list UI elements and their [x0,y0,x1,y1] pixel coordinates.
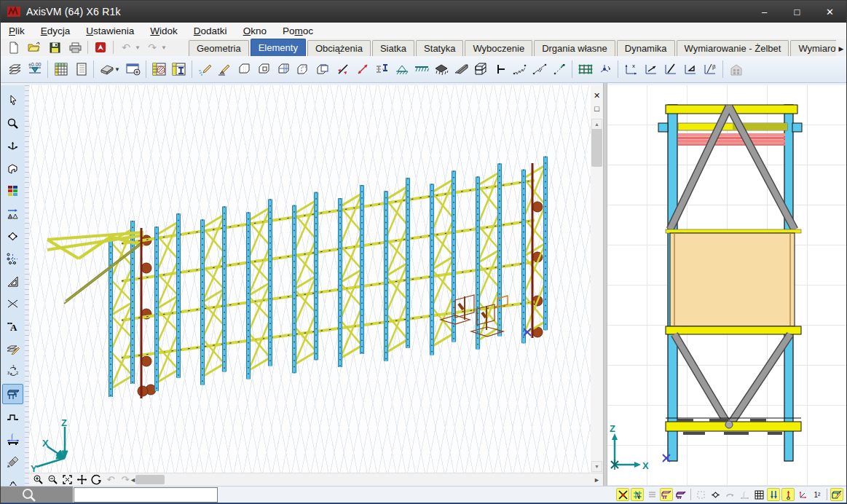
zoom-tool-button[interactable] [2,113,23,133]
pdf-export-button[interactable] [90,39,111,55]
parts-tool-button[interactable] [2,384,23,404]
status-list-toggle[interactable] [645,488,658,501]
print-button[interactable] [65,39,85,55]
rotate-tool-button[interactable] [2,226,23,246]
command-input[interactable] [74,487,218,503]
local-plane-button[interactable] [680,59,700,79]
spring-button[interactable] [510,59,529,79]
local-x-button[interactable]: x [621,59,641,79]
tab-elementy[interactable]: Elementy [251,39,306,56]
transform-tool-button[interactable] [2,203,23,224]
tab-geometria[interactable]: Geometria [189,40,249,56]
frame-structure-button[interactable] [470,59,490,79]
status-function-toggle[interactable]: ∫ [738,488,751,501]
save-button[interactable] [44,39,65,55]
status-local-axes-toggle[interactable] [796,488,809,501]
zoom-out-button[interactable] [45,473,60,486]
open-file-button[interactable] [24,39,44,55]
redo-button[interactable]: ↷ [142,39,162,55]
workplane-tool-button[interactable] [2,158,23,178]
render-tool-button[interactable] [2,452,23,472]
link-element-button[interactable] [549,59,569,79]
edit-tool-button[interactable] [2,339,23,359]
snapshot-button[interactable] [123,59,143,79]
tab-drgania-wlasne[interactable]: Drgania własne [534,40,615,56]
report-maker-button[interactable] [71,59,90,79]
zoom-in-button[interactable] [31,473,45,486]
intersect-tool-button[interactable] [2,294,23,314]
horizontal-scrollbar-thumb[interactable] [135,475,165,484]
table-browser-button[interactable] [51,59,71,79]
menu-widok[interactable]: Widok [142,23,186,39]
dimension-text-button[interactable]: A [2,316,23,336]
beam-diagram-button[interactable]: ∫ [2,429,23,449]
material-table-button[interactable] [149,59,169,79]
tab-wymiarowanie-stal[interactable]: Wymiarowanie - Stal [790,40,836,56]
building-module-button[interactable] [726,59,746,79]
front-view-panel[interactable]: Z X [607,85,847,486]
rotate-view-button[interactable] [89,473,103,486]
menu-dodatki[interactable]: Dodatki [186,23,235,39]
viewport-close-button[interactable]: ✕ [591,90,602,101]
mesh-button[interactable] [575,59,595,79]
polyline-tool-button[interactable] [2,406,23,427]
status-workplane-b-toggle[interactable] [674,488,688,501]
draw-support-button[interactable] [215,59,235,79]
new-file-button[interactable] [4,39,24,55]
surface-support-button[interactable] [431,59,451,79]
scroll-right-button[interactable]: ► [592,474,602,485]
tab-siatka[interactable]: Siatka [372,40,414,56]
model-3d-view[interactable]: Z X Y [29,85,591,473]
gap-element-button[interactable] [529,59,549,79]
scroll-down-button[interactable]: ▼ [591,461,602,472]
menu-ustawienia[interactable]: Ustawienia [78,23,142,39]
search-block[interactable] [1,487,73,503]
nodal-support-button[interactable] [392,59,411,79]
section-segment-button[interactable] [372,59,392,79]
view-undo-button[interactable]: ↶ [103,473,118,486]
line-direction-button[interactable] [333,59,352,79]
color-coding-button[interactable] [2,181,23,201]
undo-dropdown-button[interactable]: ▼ [135,44,142,51]
local-line-button[interactable] [661,59,680,79]
status-clipboard-toggle[interactable] [694,488,707,501]
geometry-check-button[interactable] [2,271,23,291]
status-grid-snap-toggle[interactable] [631,488,644,501]
local-direction-button[interactable] [641,59,661,79]
domain-modify-button[interactable] [274,59,294,79]
edge-hinge-button[interactable] [490,59,510,79]
status-loads-toggle[interactable] [767,488,780,501]
menu-okno[interactable]: Okno [235,23,275,39]
tab-overflow-button[interactable]: ▶ [836,41,846,56]
status-edit-parts-toggle[interactable] [830,488,843,501]
dof-button[interactable] [595,59,615,79]
select-tool-button[interactable] [2,90,23,111]
domain-button[interactable] [235,59,254,79]
pan-button[interactable] [74,473,89,486]
minimize-button[interactable]: – [748,1,781,23]
vertical-scrollbar-thumb[interactable] [591,129,602,167]
tab-dynamika[interactable]: Dynamika [617,40,675,56]
scroll-up-button[interactable]: ▲ [591,119,602,130]
menu-edycja[interactable]: Edycja [33,23,79,39]
rib-button[interactable] [451,59,470,79]
grid-settings-button[interactable] [2,248,23,269]
status-rotate-toggle[interactable] [709,488,722,501]
status-numbering-toggle[interactable]: 1² [811,488,824,501]
layers-button[interactable] [5,59,25,79]
draw-node-button[interactable] [195,59,215,79]
line-support-button[interactable] [411,59,431,79]
status-delete-toggle[interactable] [616,488,629,501]
tab-wymiarowanie-zelbet[interactable]: Wymiarowanie - Żelbet [677,40,789,56]
status-reactions-toggle[interactable] [781,488,795,501]
renumber-tool-button[interactable]: 123 [2,361,23,382]
menu-pomoc[interactable]: Pomoc [275,23,321,39]
level-button[interactable]: ±0.00 [25,59,44,79]
undo-button[interactable]: ↶ [116,39,136,55]
close-button[interactable]: ✕ [813,1,846,23]
zoom-fit-button[interactable] [60,473,74,486]
tab-statyka[interactable]: Statyka [416,40,463,56]
main-viewport[interactable]: Z X Y [29,85,591,473]
model-front-view[interactable]: Z X [607,85,847,486]
tab-obciazenia[interactable]: Obciążenia [307,40,371,56]
